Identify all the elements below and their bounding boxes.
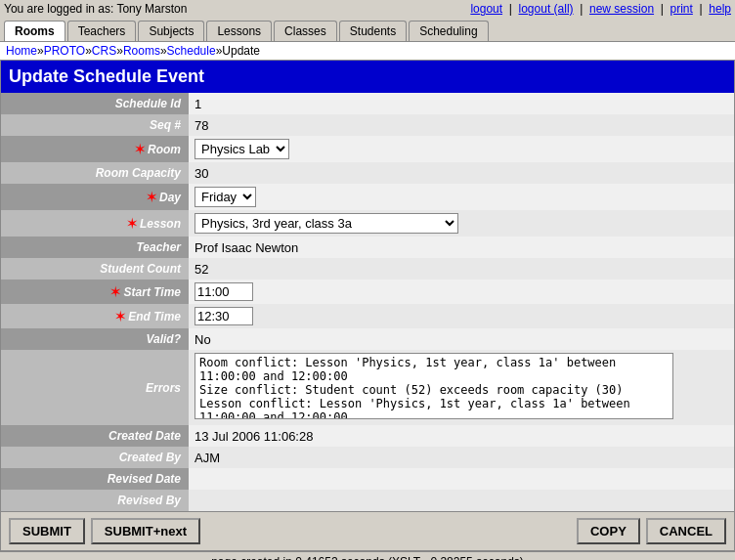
row-room-capacity: Room Capacity 30 xyxy=(1,162,734,184)
label-start-time: ✶ Start Time xyxy=(1,280,189,304)
value-start-time[interactable] xyxy=(189,280,734,304)
value-valid: No xyxy=(189,328,734,350)
page-title: Update Schedule Event xyxy=(1,61,734,93)
tab-teachers[interactable]: Teachers xyxy=(67,21,137,41)
copy-button[interactable]: COPY xyxy=(577,518,640,544)
tab-students[interactable]: Students xyxy=(339,21,407,41)
lesson-select[interactable]: Physics, 3rd year, class 3a xyxy=(195,213,458,234)
label-revised-date: Revised Date xyxy=(1,468,189,490)
day-select[interactable]: Friday xyxy=(195,187,256,207)
value-day[interactable]: Friday xyxy=(189,184,734,210)
value-room[interactable]: Physics Lab xyxy=(189,136,734,162)
row-created-date: Created Date 13 Jul 2006 11:06:28 xyxy=(1,425,734,447)
label-valid: Valid? xyxy=(1,328,189,350)
logout-link[interactable]: logout xyxy=(470,2,502,16)
label-seq: Seq # xyxy=(1,114,189,136)
label-errors: Errors xyxy=(1,350,189,425)
tab-bar: Rooms Teachers Subjects Lessons Classes … xyxy=(0,18,735,41)
value-revised-date xyxy=(189,468,734,490)
errors-textarea[interactable]: Room conflict: Lesson 'Physics, 1st year… xyxy=(195,353,673,419)
start-time-input[interactable] xyxy=(195,282,253,301)
status-bar: page created in 0.41652 seconds (XSLT= 0… xyxy=(0,551,735,560)
form-table: Schedule Id 1 Seq # 78 ✶ Room Physics La… xyxy=(1,93,734,511)
value-end-time[interactable] xyxy=(189,304,734,328)
new-session-link[interactable]: new session xyxy=(589,2,654,16)
row-day: ✶ Day Friday xyxy=(1,184,734,210)
value-created-by: AJM xyxy=(189,447,734,468)
top-bar: You are logged in as: Tony Marston logou… xyxy=(0,0,735,18)
label-created-date: Created Date xyxy=(1,425,189,447)
value-errors[interactable]: Room conflict: Lesson 'Physics, 1st year… xyxy=(189,350,734,425)
row-valid: Valid? No xyxy=(1,328,734,350)
row-created-by: Created By AJM xyxy=(1,447,734,468)
content-area: Update Schedule Event Schedule Id 1 Seq … xyxy=(0,60,735,551)
row-revised-date: Revised Date xyxy=(1,468,734,490)
label-revised-by: Revised By xyxy=(1,490,189,511)
row-teacher: Teacher Prof Isaac Newton xyxy=(1,237,734,258)
row-seq: Seq # 78 xyxy=(1,114,734,136)
row-lesson: ✶ Lesson Physics, 3rd year, class 3a xyxy=(1,210,734,237)
value-student-count: 52 xyxy=(189,258,734,280)
row-errors: Errors Room conflict: Lesson 'Physics, 1… xyxy=(1,350,734,425)
breadcrumb: Home»PROTO»CRS»Rooms»Schedule»Update xyxy=(0,41,735,60)
logout-all-link[interactable]: logout (all) xyxy=(519,2,574,16)
cancel-button[interactable]: CANCEL xyxy=(646,518,726,544)
row-room: ✶ Room Physics Lab xyxy=(1,136,734,162)
label-schedule-id: Schedule Id xyxy=(1,93,189,114)
value-seq: 78 xyxy=(189,114,734,136)
row-student-count: Student Count 52 xyxy=(1,258,734,280)
tab-lessons[interactable]: Lessons xyxy=(206,21,272,41)
label-day: ✶ Day xyxy=(1,184,189,210)
value-schedule-id: 1 xyxy=(189,93,734,114)
label-teacher: Teacher xyxy=(1,237,189,258)
room-select[interactable]: Physics Lab xyxy=(195,139,289,159)
label-created-by: Created By xyxy=(1,447,189,468)
value-revised-by xyxy=(189,490,734,511)
tab-scheduling[interactable]: Scheduling xyxy=(409,21,488,41)
label-student-count: Student Count xyxy=(1,258,189,280)
label-lesson: ✶ Lesson xyxy=(1,210,189,237)
label-room: ✶ Room xyxy=(1,136,189,162)
value-teacher: Prof Isaac Newton xyxy=(189,237,734,258)
value-room-capacity: 30 xyxy=(189,162,734,184)
top-bar-links: logout | logout (all) | new session | pr… xyxy=(470,2,731,16)
row-end-time: ✶ End Time xyxy=(1,304,734,328)
tab-rooms[interactable]: Rooms xyxy=(4,21,65,41)
submit-next-button[interactable]: SUBMIT+next xyxy=(91,518,200,544)
logged-in-text: You are logged in as: Tony Marston xyxy=(4,2,187,16)
row-schedule-id: Schedule Id 1 xyxy=(1,93,734,114)
tab-subjects[interactable]: Subjects xyxy=(138,21,204,41)
print-link[interactable]: print xyxy=(670,2,693,16)
row-start-time: ✶ Start Time xyxy=(1,280,734,304)
value-lesson[interactable]: Physics, 3rd year, class 3a xyxy=(189,210,734,237)
button-bar: SUBMIT SUBMIT+next COPY CANCEL xyxy=(1,511,734,550)
tab-classes[interactable]: Classes xyxy=(274,21,337,41)
label-end-time: ✶ End Time xyxy=(1,304,189,328)
end-time-input[interactable] xyxy=(195,307,253,325)
help-link[interactable]: help xyxy=(709,2,731,16)
submit-button[interactable]: SUBMIT xyxy=(9,518,85,544)
row-revised-by: Revised By xyxy=(1,490,734,511)
label-room-capacity: Room Capacity xyxy=(1,162,189,184)
value-created-date: 13 Jul 2006 11:06:28 xyxy=(189,425,734,447)
